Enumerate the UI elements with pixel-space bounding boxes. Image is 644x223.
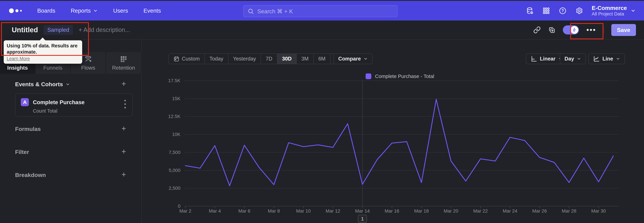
event-card-complete-purchase[interactable]: A Complete Purchase Count Total •••: [15, 93, 132, 117]
search-icon: [248, 8, 254, 15]
report-header-left: Untitled Sampled + Add description...: [12, 21, 130, 39]
add-event-button[interactable]: +: [120, 80, 128, 88]
compare-label: Compare: [338, 56, 361, 62]
app-root: Boards Reports Users Events Search ⌘ + K: [0, 0, 644, 223]
tab-retention[interactable]: Retention: [106, 52, 142, 74]
more-options-button[interactable]: •••: [586, 28, 596, 31]
save-button[interactable]: Save: [611, 24, 636, 36]
event-kebab-menu[interactable]: •••: [124, 99, 126, 109]
heading-label: Formulas: [15, 126, 41, 132]
apps-grid-icon[interactable]: [542, 7, 550, 15]
nav-item-users[interactable]: Users: [113, 8, 128, 14]
tab-label: Insights: [7, 65, 28, 71]
x-axis-label: Mar 18: [414, 208, 429, 214]
event-name: Complete Purchase: [33, 99, 84, 105]
range-6m[interactable]: 6M: [314, 54, 330, 64]
chevron-down-icon: [616, 57, 620, 61]
range-label: 6M: [318, 56, 326, 62]
copy-link-icon[interactable]: [533, 26, 541, 34]
report-header-bar: Untitled Sampled + Add description... ••…: [0, 21, 644, 40]
chart-type-label: Line: [602, 56, 613, 62]
range-label: Today: [210, 56, 224, 62]
legend-swatch: [366, 73, 371, 79]
legend-label: Complete Purchase - Total: [375, 73, 434, 79]
tab-label: Retention: [112, 65, 135, 71]
tooltip-text: Using 10% of data. Results are approxima…: [7, 43, 79, 55]
chart-annotation-marker[interactable]: 1: [358, 215, 367, 223]
y-axis-label: 7,500: [154, 150, 180, 155]
add-breakdown-button[interactable]: +: [120, 171, 128, 179]
report-header-right: ••• Save: [533, 21, 636, 39]
nav-item-label: Reports: [71, 8, 91, 14]
y-axis-label: 10K: [154, 132, 180, 137]
chart-type-selector[interactable]: Line: [588, 53, 625, 64]
scale-label: Linear: [540, 56, 556, 62]
event-series-badge: A: [21, 98, 29, 106]
project-scope: All Project Data: [592, 11, 627, 17]
lightning-bolt-icon: [572, 27, 577, 32]
nav-item-boards[interactable]: Boards: [37, 8, 55, 14]
line-chart-icon: [593, 55, 600, 62]
project-switcher[interactable]: E-Commerce All Project Data: [592, 5, 636, 17]
filter-heading: Filter: [15, 149, 29, 155]
range-3m[interactable]: 3M: [297, 54, 314, 64]
sampling-toggle[interactable]: [563, 25, 579, 34]
events-cohorts-heading[interactable]: Events & Cohorts: [15, 81, 70, 87]
heading-label: Filter: [15, 149, 29, 155]
add-description-field[interactable]: + Add description...: [79, 26, 130, 33]
chevron-down-icon: [630, 8, 636, 13]
x-axis-label: Mar 2: [179, 208, 191, 214]
range-label: Yesterday: [233, 56, 256, 62]
calendar-icon: [174, 56, 180, 62]
nav-item-label: Users: [113, 8, 128, 14]
range-label: 30D: [282, 56, 292, 62]
logo-dot: [9, 9, 14, 13]
range-today[interactable]: Today: [205, 54, 228, 64]
help-icon[interactable]: ?: [559, 7, 566, 15]
top-navbar: Boards Reports Users Events Search ⌘ + K: [0, 1, 644, 21]
x-axis-label: Mar 14: [355, 208, 370, 214]
compare-button[interactable]: Compare: [334, 53, 372, 64]
range-yesterday[interactable]: Yesterday: [228, 54, 261, 64]
nav-item-events[interactable]: Events: [144, 8, 161, 14]
learn-more-link[interactable]: Learn More: [7, 56, 30, 61]
x-axis-label: Mar 20: [444, 208, 458, 214]
chevron-down-icon: [364, 57, 368, 61]
tab-label: Funnels: [43, 65, 62, 71]
range-7d[interactable]: 7D: [261, 54, 278, 64]
y-axis-label: 15K: [154, 96, 180, 101]
x-axis-label: Mar 22: [473, 208, 488, 214]
interval-selector[interactable]: Day: [560, 53, 586, 64]
sampled-badge[interactable]: Sampled: [44, 25, 73, 35]
header-divider: [604, 26, 604, 34]
data-management-icon[interactable]: [526, 7, 534, 15]
heading-label: Breakdown: [15, 172, 46, 178]
sampling-tooltip: Using 10% of data. Results are approxima…: [4, 40, 82, 64]
retention-icon: [120, 55, 128, 63]
y-axis-label: 12.5K: [154, 114, 180, 119]
nav-item-reports[interactable]: Reports: [71, 8, 98, 14]
range-custom[interactable]: Custom: [169, 54, 205, 64]
add-to-board-icon[interactable]: [548, 26, 556, 34]
x-axis-label: Mar 30: [591, 208, 606, 214]
search-input[interactable]: Search ⌘ + K: [243, 5, 398, 17]
add-filter-button[interactable]: +: [120, 148, 128, 156]
linear-axis-icon: [530, 55, 537, 62]
report-title[interactable]: Untitled: [12, 26, 38, 34]
date-range-selector: Custom Today Yesterday 7D 30D 3M 6M 12M: [168, 53, 350, 64]
range-30d[interactable]: 30D: [278, 54, 297, 64]
add-formula-button[interactable]: +: [120, 125, 128, 133]
settings-gear-icon[interactable]: [575, 7, 583, 15]
tab-label: Flows: [81, 65, 95, 71]
y-axis-label: 5,000: [154, 168, 180, 173]
x-axis-label: Mar 16: [384, 208, 399, 214]
chart-legend[interactable]: Complete Purchase - Total: [366, 73, 434, 79]
y-axis-label: 0: [154, 203, 180, 209]
y-axis-label: 17.5K: [154, 78, 180, 83]
event-metric[interactable]: Count Total: [33, 108, 57, 114]
line-chart[interactable]: [184, 80, 619, 210]
formulas-heading: Formulas: [15, 126, 41, 132]
x-axis-label: Mar 28: [562, 208, 576, 214]
chevron-down-icon: [66, 82, 70, 86]
mixpanel-logo-icon[interactable]: [9, 9, 22, 13]
